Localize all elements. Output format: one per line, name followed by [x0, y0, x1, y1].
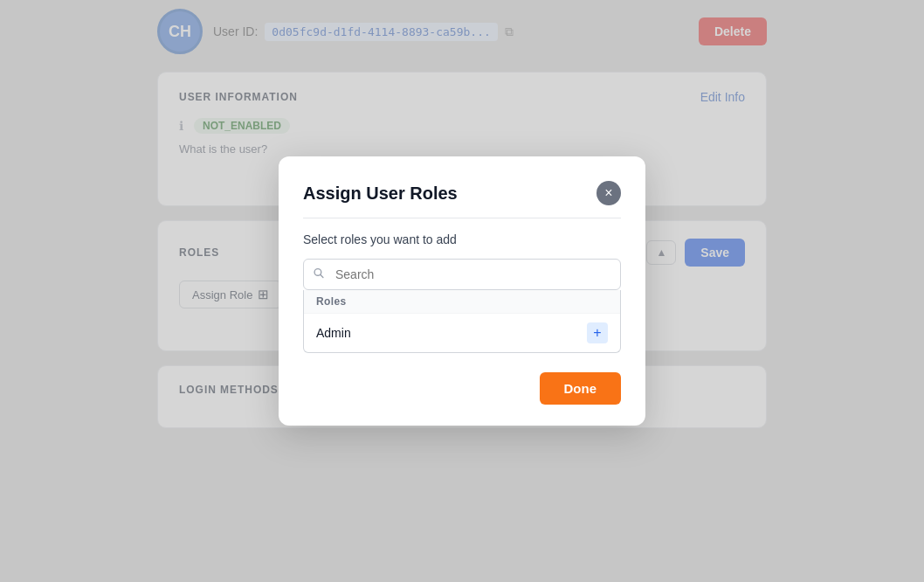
modal-subtitle: Select roles you want to add	[303, 232, 621, 246]
role-item[interactable]: Admin +	[304, 313, 620, 352]
add-role-icon[interactable]: +	[587, 322, 608, 343]
modal-title: Assign User Roles	[303, 184, 458, 204]
roles-list: Admin +	[304, 313, 620, 352]
roles-dropdown: Roles Admin +	[303, 290, 621, 353]
roles-group-label: Roles	[304, 290, 620, 313]
role-name: Admin	[316, 326, 351, 340]
modal-close-button[interactable]: ×	[596, 181, 621, 205]
modal-divider	[303, 218, 621, 218]
search-container	[303, 259, 621, 290]
modal-footer: Done	[303, 372, 621, 405]
modal-overlay: Assign User Roles × Select roles you wan…	[0, 0, 924, 582]
assign-roles-modal: Assign User Roles × Select roles you wan…	[279, 156, 645, 426]
search-input[interactable]	[303, 259, 621, 290]
modal-header: Assign User Roles ×	[303, 181, 621, 205]
done-button[interactable]: Done	[540, 372, 622, 405]
